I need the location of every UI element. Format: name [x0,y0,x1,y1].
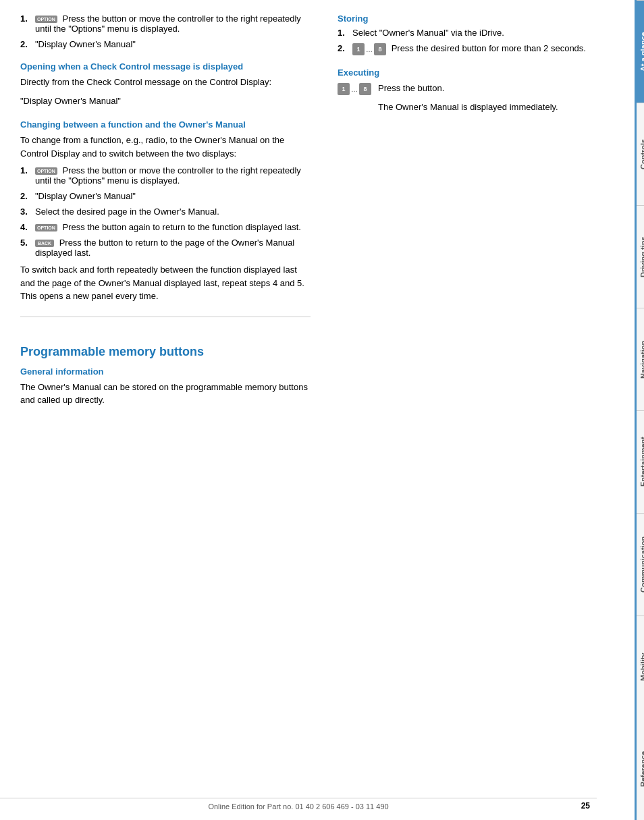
num-btn-8: 8 [374,43,386,55]
sidebar-item-driving-tips[interactable]: Driving tips [637,205,644,308]
option-icon-1: OPTION [35,16,57,23]
section2-intro: To change from a function, e.g., radio, … [20,134,311,160]
step-a1: 1. OPTION Press the button or move the c… [20,165,311,186]
num-btn-dots: … [366,46,373,53]
sidebar-item-entertainment[interactable]: Entertainment [637,410,644,513]
sub-heading: General information [20,366,311,377]
executing-step1: Press the button. [378,82,558,95]
step-2-content: "Display Owner's Manual" [35,39,311,49]
exec-dots: … [351,86,358,93]
step-a4-content: OPTION Press the button again to return … [35,222,311,232]
section2-outro: To switch back and forth repeatedly betw… [20,263,311,303]
storing-step1-text: Select "Owner's Manual" via the iDrive. [352,28,504,38]
right-column: Storing 1. Select "Owner's Manual" via t… [324,13,614,793]
step-a5-num: 5. [20,238,31,248]
step-a2: 2. "Display Owner's Manual" [20,191,311,201]
storing-step1-num: 1. [338,28,348,38]
step-a2-num: 2. [20,191,31,201]
storing-step1-content: Select "Owner's Manual" via the iDrive. [352,28,614,38]
page-container: 1. OPTION Press the button or move the c… [0,0,644,820]
executing-step2: The Owner's Manual is displayed immediat… [378,101,558,114]
step-number-2: 2. [20,39,31,49]
large-section-heading: Programmable memory buttons [20,344,311,360]
storing-step2-content: 1 … 8 Press the desired button for more … [352,43,614,55]
storing-step2-text: Press the desired button for more than 2… [392,43,586,53]
sidebar-item-mobility[interactable]: Mobility [637,616,644,718]
step-a5-content: BACK Press the button to return to the p… [35,238,311,258]
exec-num-btn-8: 8 [359,83,371,95]
num-btn-group-exec: 1 … 8 [338,83,371,95]
main-content: 1. OPTION Press the button or move the c… [0,0,635,820]
num-btn-group: 1 … 8 [352,43,386,55]
step-1-content: OPTION Press the button or move the cont… [35,13,311,34]
executing-text-area: Press the button. The Owner's Manual is … [378,82,558,119]
step-a4-num: 4. [20,222,31,232]
sidebar-item-at-a-glance[interactable]: At a glance [637,0,644,103]
step-a5: 5. BACK Press the button to return to th… [20,238,311,258]
sidebar-item-reference[interactable]: Reference [637,718,644,820]
storing-step1: 1. Select "Owner's Manual" via the iDriv… [338,28,614,38]
executing-icon-area: 1 … 8 [338,83,374,95]
step-a3-content: Select the desired page in the Owner's M… [35,207,311,217]
step-a3-text: Select the desired page in the Owner's M… [35,207,219,217]
option-icon-a4: OPTION [35,224,57,231]
sidebar-item-navigation[interactable]: Navigation [637,308,644,410]
step-a4: 4. OPTION Press the button again to retu… [20,222,311,232]
section2-heading: Changing between a function and the Owne… [20,119,311,130]
step-2: 2. "Display Owner's Manual" [20,39,311,49]
step-a4-text: Press the button again to return to the … [62,222,300,232]
executing-heading: Executing [338,67,614,78]
step-a1-text: Press the button or move the controller … [35,165,301,186]
left-column: 1. OPTION Press the button or move the c… [20,13,324,793]
footer: Online Edition for Part no. 01 40 2 606 … [0,798,597,811]
storing-step2: 2. 1 … 8 Press the desired button for mo… [338,43,614,55]
option-icon-a1: OPTION [35,167,57,175]
storing-step2-num: 2. [338,43,348,53]
back-icon-a5: BACK [35,240,54,247]
sidebar: At a glance Controls Driving tips Naviga… [635,0,644,820]
step-a2-content: "Display Owner's Manual" [35,191,311,201]
step-a5-text: Press the button to return to the page o… [35,238,294,258]
sidebar-item-controls[interactable]: Controls [637,103,644,205]
step-a2-text: "Display Owner's Manual" [35,191,136,201]
divider [20,317,311,317]
num-btn-1: 1 [352,43,365,55]
step-a3-num: 3. [20,207,31,217]
storing-heading: Storing [338,13,614,24]
step-a1-content: OPTION Press the button or move the cont… [35,165,311,186]
step-a1-num: 1. [20,165,31,175]
step-a3: 3. Select the desired page in the Owner'… [20,207,311,217]
page-number: 25 [581,801,590,811]
section1-quote: "Display Owner's Manual" [20,94,311,108]
step-number-1: 1. [20,13,31,24]
step-1-text: Press the button or move the controller … [35,13,301,34]
footer-text: Online Edition for Part no. 01 40 2 606 … [208,802,388,811]
step-1: 1. OPTION Press the button or move the c… [20,13,311,34]
section1-intro: Directly from the Check Control message … [20,76,311,89]
step-2-text: "Display Owner's Manual" [35,39,136,49]
exec-num-btn-1: 1 [338,83,350,95]
executing-block: 1 … 8 Press the button. The Owner's Manu… [338,82,614,119]
section1-heading: Opening when a Check Control message is … [20,61,311,72]
sub-intro: The Owner's Manual can be stored on the … [20,381,311,407]
sidebar-item-communication[interactable]: Communication [637,513,644,616]
